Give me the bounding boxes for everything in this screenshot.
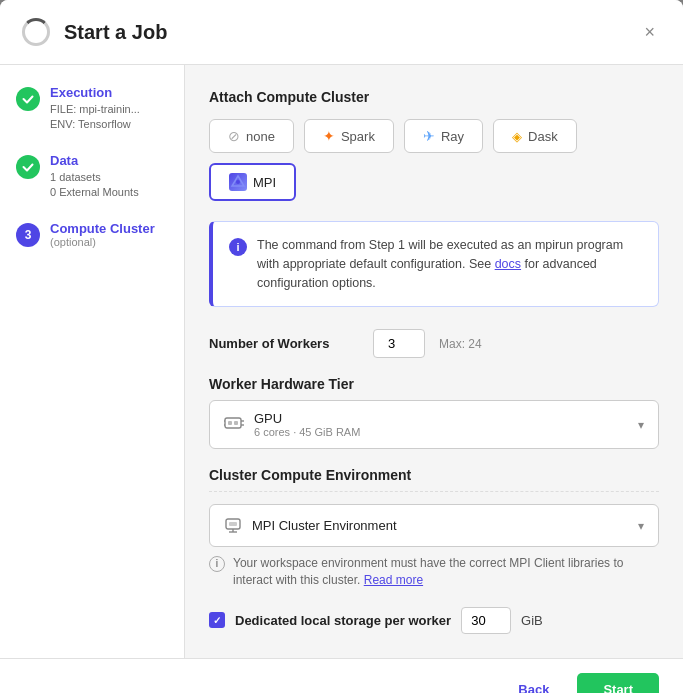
hint-info-icon: i [209, 556, 225, 572]
env-hint-row: i Your workspace environment must have t… [209, 555, 659, 589]
step3-badge: 3 [16, 223, 40, 247]
env-dropdown-left: MPI Cluster Environment [224, 515, 397, 536]
step2-sub: 1 datasets0 External Mounts [50, 170, 139, 201]
hw-tier-name: GPU [254, 411, 360, 426]
svg-point-1 [236, 180, 240, 184]
step2-label: Data [50, 153, 139, 168]
svg-rect-4 [234, 421, 238, 425]
back-button[interactable]: Back [504, 674, 563, 693]
sidebar: Execution FILE: mpi-trainin...ENV: Tenso… [0, 65, 185, 658]
cluster-dask-label: Dask [528, 129, 558, 144]
modal-body: Execution FILE: mpi-trainin...ENV: Tenso… [0, 65, 683, 658]
spinner-icon [20, 16, 52, 48]
workers-row: Number of Workers Max: 24 [209, 329, 659, 358]
docs-link[interactable]: docs [495, 257, 521, 271]
cluster-mpi-button[interactable]: MPI [209, 163, 296, 201]
sidebar-item-execution[interactable]: Execution FILE: mpi-trainin...ENV: Tenso… [16, 85, 168, 133]
attach-cluster-title: Attach Compute Cluster [209, 89, 659, 105]
svg-rect-2 [225, 418, 241, 428]
hw-tier-title: Worker Hardware Tier [209, 376, 659, 392]
step3-sub: (optional) [50, 236, 155, 248]
storage-unit: GiB [521, 613, 543, 628]
workers-max: Max: 24 [439, 337, 482, 351]
mpi-icon [229, 173, 247, 191]
svg-rect-3 [228, 421, 232, 425]
cluster-none-label: none [246, 129, 275, 144]
env-section: Cluster Compute Environment MPI Clu [209, 467, 659, 589]
storage-input[interactable] [461, 607, 511, 634]
cluster-ray-label: Ray [441, 129, 464, 144]
env-dropdown[interactable]: MPI Cluster Environment ▾ [209, 504, 659, 547]
sidebar-item-data[interactable]: Data 1 datasets0 External Mounts [16, 153, 168, 201]
workers-input[interactable] [373, 329, 425, 358]
step3-content: Compute Cluster (optional) [50, 221, 155, 248]
header-left: Start a Job [20, 16, 167, 48]
mpi-info-box: i The command from Step 1 will be execut… [209, 221, 659, 307]
step2-badge [16, 155, 40, 179]
start-button[interactable]: Start [577, 673, 659, 693]
hw-dropdown-left: GPU 6 cores · 45 GiB RAM [224, 411, 360, 438]
start-job-modal: Start a Job × Execution FILE: mpi-traini… [0, 0, 683, 693]
cluster-buttons-group: ⊘ none ✦ Spark ✈ Ray ◈ Dask [209, 119, 659, 201]
step1-badge [16, 87, 40, 111]
step1-label: Execution [50, 85, 140, 100]
gpu-icon [224, 415, 244, 435]
cluster-mpi-label: MPI [253, 175, 276, 190]
hw-tier-sub: 6 cores · 45 GiB RAM [254, 426, 360, 438]
step3-label: Compute Cluster [50, 221, 155, 236]
modal-title: Start a Job [64, 21, 167, 44]
cluster-ray-button[interactable]: ✈ Ray [404, 119, 483, 153]
spark-icon: ✦ [323, 128, 335, 144]
env-hint-part1: Your workspace environment must have the… [233, 556, 623, 587]
sidebar-item-compute[interactable]: 3 Compute Cluster (optional) [16, 221, 168, 248]
hw-tier-dropdown[interactable]: GPU 6 cores · 45 GiB RAM ▾ [209, 400, 659, 449]
env-name: MPI Cluster Environment [252, 518, 397, 533]
env-divider [209, 491, 659, 492]
storage-checkbox[interactable]: ✓ [209, 612, 225, 628]
close-button[interactable]: × [636, 19, 663, 45]
main-content: Attach Compute Cluster ⊘ none ✦ Spark ✈ … [185, 65, 683, 658]
storage-row: ✓ Dedicated local storage per worker GiB [209, 607, 659, 634]
cluster-spark-label: Spark [341, 129, 375, 144]
env-chevron-down-icon: ▾ [638, 519, 644, 533]
env-icon [224, 515, 242, 536]
check-icon: ✓ [213, 615, 221, 626]
step1-content: Execution FILE: mpi-trainin...ENV: Tenso… [50, 85, 140, 133]
dask-icon: ◈ [512, 129, 522, 144]
step1-sub: FILE: mpi-trainin...ENV: Tensorflow [50, 102, 140, 133]
workers-label: Number of Workers [209, 336, 359, 351]
read-more-link[interactable]: Read more [364, 573, 423, 587]
hw-chevron-down-icon: ▾ [638, 418, 644, 432]
info-text: The command from Step 1 will be executed… [257, 236, 642, 292]
modal-header: Start a Job × [0, 0, 683, 65]
step2-content: Data 1 datasets0 External Mounts [50, 153, 139, 201]
hw-tier-section: Worker Hardware Tier [209, 376, 659, 449]
hw-tier-info: GPU 6 cores · 45 GiB RAM [254, 411, 360, 438]
modal-footer: Back Start [0, 658, 683, 693]
svg-rect-10 [229, 522, 237, 526]
cluster-none-button[interactable]: ⊘ none [209, 119, 294, 153]
ray-icon: ✈ [423, 128, 435, 144]
storage-label: Dedicated local storage per worker [235, 613, 451, 628]
env-hint-text: Your workspace environment must have the… [233, 555, 659, 589]
cluster-dask-button[interactable]: ◈ Dask [493, 119, 577, 153]
info-icon: i [229, 238, 247, 256]
env-title: Cluster Compute Environment [209, 467, 659, 483]
cluster-spark-button[interactable]: ✦ Spark [304, 119, 394, 153]
none-icon: ⊘ [228, 128, 240, 144]
